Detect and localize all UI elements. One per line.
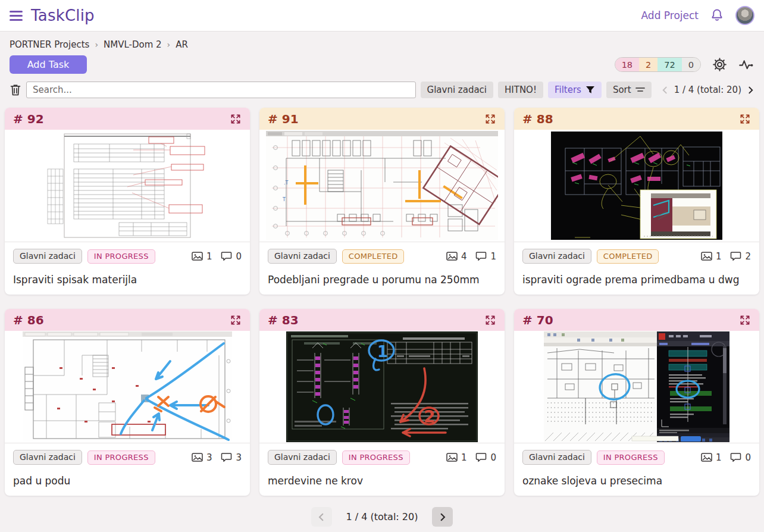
card-footer: Glavni zadaci IN PROGRESS 3 3 pad u podu (5, 443, 250, 496)
svg-text:.T: .T (284, 180, 289, 186)
menu-icon[interactable] (10, 11, 23, 21)
card-footer: Glavni zadaci IN PROGRESS 1 0 merdevine … (259, 443, 505, 496)
task-title[interactable]: ispraviti ograde prema primedbama u dwg (522, 274, 751, 286)
filter-chip-glavni-zadaci[interactable]: Glavni zadaci (421, 82, 494, 98)
filter-bar: Glavni zadaci HITNO! Filters Sort 1 / 4 … (0, 74, 764, 98)
expand-icon[interactable] (739, 113, 751, 125)
top-pagination: 1 / 4 (total: 20) (661, 85, 754, 95)
task-thumbnail[interactable] (5, 130, 250, 242)
task-id: # 83 (268, 313, 299, 327)
expand-icon[interactable] (484, 314, 496, 326)
task-id: # 91 (268, 112, 299, 126)
thumbnail-floor-plan: .T T (266, 131, 498, 240)
add-task-button[interactable]: Add Task (10, 55, 87, 74)
status-badge: IN PROGRESS (87, 450, 155, 465)
image-count: 1 (701, 251, 722, 262)
svg-text:T: T (282, 197, 286, 202)
expand-icon[interactable] (230, 113, 242, 125)
chips-row: Glavni zadaci IN PROGRESS 1 0 (268, 450, 496, 465)
tag-chip[interactable]: Glavni zadaci (268, 249, 337, 264)
activity-icon[interactable] (738, 57, 754, 73)
chips-row: Glavni zadaci IN PROGRESS 1 0 (13, 249, 242, 264)
prev-page-button[interactable] (311, 507, 332, 527)
tag-chip[interactable]: Glavni zadaci (268, 450, 337, 465)
image-count: 1 (446, 452, 467, 463)
expand-icon[interactable] (230, 314, 242, 326)
comment-count-value: 1 (490, 251, 496, 262)
task-card-86: # 86 (5, 309, 250, 496)
sort-lines-icon (635, 86, 645, 93)
task-thumbnail[interactable] (514, 331, 759, 443)
comment-count-value: 0 (490, 452, 496, 463)
next-page-button[interactable] (432, 507, 453, 527)
brand-group: TaskClip (10, 7, 95, 24)
task-card-88: # 88 (514, 108, 759, 295)
breadcrumb-projects[interactable]: PORTNER Projects (10, 39, 89, 50)
thumbnail-dark-ladder-detail: 1 2 (286, 331, 478, 442)
image-count-value: 1 (206, 251, 212, 262)
task-thumbnail[interactable] (5, 331, 250, 443)
filters-button[interactable]: Filters (548, 82, 602, 98)
image-icon (701, 452, 712, 462)
card-footer: Glavni zadaci COMPLETED 4 1 Podebljani p… (259, 242, 505, 295)
sort-button[interactable]: Sort (606, 82, 652, 98)
breadcrumb-section[interactable]: AR (176, 39, 188, 50)
image-icon (701, 251, 712, 261)
chips-row: Glavni zadaci COMPLETED 4 1 (268, 249, 496, 264)
filter-chip-hitno[interactable]: HITNO! (498, 82, 543, 98)
status-badge: IN PROGRESS (87, 249, 155, 264)
toolbar-right: 18 2 72 0 (615, 57, 754, 73)
chips-row: Glavni zadaci IN PROGRESS 3 3 (13, 450, 242, 465)
expand-icon[interactable] (484, 113, 496, 125)
task-thumbnail[interactable]: 1 2 (259, 331, 505, 443)
task-id: # 70 (522, 313, 553, 327)
image-icon (446, 452, 458, 462)
trash-icon[interactable] (10, 83, 21, 96)
task-thumbnail[interactable] (514, 130, 759, 242)
task-title[interactable]: Podebljani pregrade u porumu na 250mm (268, 274, 496, 286)
image-count: 4 (446, 251, 467, 262)
tag-chip[interactable]: Glavni zadaci (522, 249, 591, 264)
status-badge: COMPLETED (597, 249, 659, 264)
card-footer: Glavni zadaci COMPLETED 1 2 ispraviti og… (514, 242, 759, 295)
comment-count: 0 (221, 251, 242, 262)
task-title[interactable]: oznake slojeva u presecima (522, 475, 751, 487)
gear-icon[interactable] (712, 57, 728, 73)
pagination-label: 1 / 4 (total: 20) (346, 511, 418, 522)
card-header: # 88 (514, 108, 759, 130)
task-title[interactable]: pad u podu (13, 475, 242, 487)
tag-chip[interactable]: Glavni zadaci (13, 249, 82, 264)
image-icon (446, 251, 458, 261)
search-input[interactable] (26, 82, 416, 98)
task-card-83: # 83 (259, 309, 505, 496)
card-footer: Glavni zadaci IN PROGRESS 1 0 oznake slo… (514, 443, 759, 496)
count-urgent: 2 (639, 58, 657, 71)
comment-count-value: 0 (236, 251, 242, 262)
task-title[interactable]: merdevine ne krov (268, 475, 496, 487)
toolbar: Add Task 18 2 72 0 (0, 50, 764, 74)
app-title: TaskClip (31, 7, 95, 24)
image-count-value: 4 (461, 251, 467, 262)
add-project-link[interactable]: Add Project (641, 10, 699, 21)
task-card-91: # 91 (259, 108, 505, 295)
prev-page-icon[interactable] (661, 86, 669, 94)
task-thumbnail[interactable]: .T T (259, 130, 505, 242)
tag-chip[interactable]: Glavni zadaci (522, 450, 591, 465)
task-title[interactable]: Ispraviti spisak materijla (13, 274, 242, 286)
breadcrumb-separator: › (95, 40, 98, 49)
card-header: # 70 (514, 309, 759, 331)
card-header: # 86 (5, 309, 250, 331)
expand-icon[interactable] (739, 314, 751, 326)
next-page-icon[interactable] (747, 86, 754, 94)
breadcrumb-project[interactable]: NMVL-Dom 2 (104, 39, 162, 50)
count-in-progress: 18 (615, 58, 639, 71)
card-header: # 91 (259, 108, 505, 130)
status-counters: 18 2 72 0 (615, 57, 701, 72)
user-avatar[interactable] (735, 6, 754, 25)
counts: 1 0 (701, 452, 751, 463)
bell-icon[interactable] (709, 8, 725, 23)
chevron-right-icon (439, 513, 447, 521)
tag-chip[interactable]: Glavni zadaci (13, 450, 82, 465)
image-count-value: 1 (461, 452, 467, 463)
thumbnail-cad-split-view (544, 331, 729, 442)
